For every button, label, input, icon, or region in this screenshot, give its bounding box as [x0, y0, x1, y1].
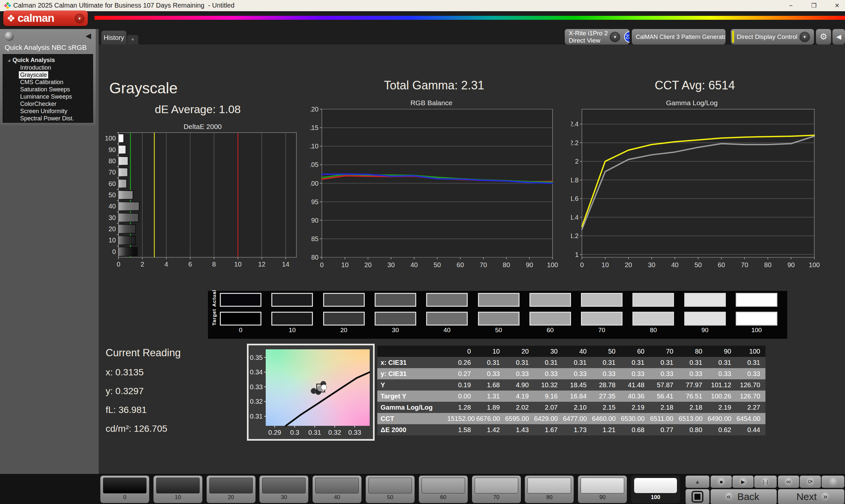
table-col-header: 60	[621, 346, 650, 357]
swatch-target-80	[632, 312, 674, 326]
swatch-actual-10	[271, 293, 313, 307]
svg-text:80: 80	[109, 157, 116, 165]
display-control-dropdown[interactable]: Direct Display Control ▼	[731, 29, 814, 44]
sidebar-item-introduction[interactable]: Introduction	[3, 64, 93, 71]
sidebar-item-spectral-power-dist[interactable]: Spectral Power Dist.	[3, 115, 93, 122]
table-col-header: 80	[679, 346, 708, 357]
settings-gear-icon[interactable]: ⚙	[816, 29, 831, 44]
swatch-column-label: 40	[426, 326, 468, 334]
meter-dropdown-icon[interactable]: ▼	[610, 32, 620, 42]
meter-name: X-Rite i1Pro 2	[569, 30, 608, 37]
svg-text:30: 30	[388, 261, 395, 269]
tab-history-1[interactable]: History 1	[101, 31, 126, 44]
sidebar-collapse-icon[interactable]: ◀	[86, 32, 91, 40]
sidebar-item-screen-uniformity[interactable]: Screen Uniformity	[3, 108, 93, 115]
pattern-button-70[interactable]: 70	[472, 475, 521, 503]
pattern-label: 0	[100, 494, 149, 501]
swatch-actual-50	[478, 293, 520, 307]
table-cell: 15152.00	[447, 413, 476, 424]
table-cell: 0.77	[650, 424, 679, 435]
pattern-chip	[475, 478, 518, 493]
pattern-window-button[interactable]	[686, 489, 709, 504]
pattern-chip	[156, 478, 200, 493]
toolbar-collapse-icon[interactable]: ◀	[832, 29, 845, 44]
window-title: Calman 2025 Calman Ultimate for Business…	[13, 2, 234, 9]
total-gamma-heading: Total Gamma: 2.31	[384, 78, 484, 92]
svg-text:12: 12	[258, 260, 265, 268]
svg-text:105: 105	[310, 161, 318, 168]
table-corner	[377, 346, 447, 357]
slide-up-button[interactable]: ▲	[686, 475, 709, 488]
minimize-icon[interactable]: −	[783, 0, 799, 11]
back-button[interactable]: « Back	[711, 489, 777, 504]
cct-avg-heading: CCT Avg: 6514	[655, 78, 735, 92]
swatch-column-label: 100	[736, 326, 777, 334]
table-col-header: 50	[592, 346, 621, 357]
blank-read-button[interactable]	[822, 475, 844, 488]
stop-icon: ■	[717, 477, 726, 487]
page-title: Grayscale	[109, 79, 178, 97]
pattern-chip	[262, 478, 306, 493]
table-cell: 0.27	[447, 368, 476, 379]
table-cell: 6530.00	[621, 413, 650, 424]
maximize-icon[interactable]: ❐	[806, 0, 822, 11]
table-cell: 0.31	[505, 357, 534, 368]
play-button[interactable]: ▶	[733, 475, 754, 488]
refresh-button[interactable]: ⟳	[800, 475, 821, 488]
meter-dropdown[interactable]: X-Rite i1Pro 2 Direct View ▼ 239	[565, 29, 630, 44]
pattern-button-0[interactable]: 0	[100, 475, 149, 503]
expander-icon[interactable]	[7, 59, 10, 62]
sidebar-item-luminance-sweeps[interactable]: Luminance Sweeps	[3, 93, 93, 100]
table-cell: 0.33	[563, 368, 592, 379]
pattern-button-80[interactable]: 80	[525, 475, 574, 503]
pattern-generator-name: CalMAN Client 3 Pattern Generator	[636, 33, 725, 40]
pattern-button-10[interactable]: 10	[154, 475, 203, 503]
measurement-table: 0102030405060708090100 x: CIE310.260.310…	[377, 346, 765, 435]
table-col-header: 0	[447, 346, 476, 357]
table-cell: 27.35	[592, 391, 621, 402]
svg-text:115: 115	[310, 124, 318, 131]
pattern-button-60[interactable]: 60	[419, 475, 468, 503]
sidebar-item-grayscale[interactable]: Grayscale	[3, 71, 93, 78]
close-icon[interactable]: ✕	[829, 0, 845, 11]
svg-text:50: 50	[694, 261, 702, 269]
display-control-dropdown-icon[interactable]: ▼	[799, 32, 810, 42]
table-col-header: 10	[476, 346, 505, 357]
read-series-button[interactable]: [··]	[754, 475, 777, 488]
swatch-target-10	[271, 312, 313, 326]
tab-add-button[interactable]: +	[127, 35, 138, 44]
svg-text:2: 2	[141, 260, 144, 268]
grayscale-swatch-strip: ActualTarget0102030405060708090100	[208, 291, 787, 339]
pattern-button-20[interactable]: 20	[207, 475, 256, 503]
pattern-label: 40	[313, 494, 362, 501]
pattern-generator-dropdown[interactable]: CalMAN Client 3 Pattern Generator ▼	[632, 29, 725, 44]
de-average-heading: dE Average: 1.08	[155, 103, 241, 116]
svg-text:80: 80	[311, 254, 318, 261]
meter-count-badge[interactable]: 239	[624, 31, 630, 42]
swatch-column-label: 0	[220, 326, 261, 334]
table-cell: 0.31	[476, 357, 505, 368]
table-cell: 2.18	[679, 402, 708, 413]
pattern-button-90[interactable]: 90	[578, 475, 627, 503]
pattern-label: 30	[260, 494, 308, 501]
pattern-button-50[interactable]: 50	[366, 475, 415, 503]
logo-dropdown-icon[interactable]: ▼	[75, 14, 85, 23]
pattern-button-100[interactable]: 100	[631, 475, 680, 503]
stop-button[interactable]: ■	[711, 475, 732, 488]
sidebar-item-colorchecker[interactable]: ColorChecker	[3, 100, 93, 108]
swatch-target-40	[426, 312, 468, 326]
sidebar-item-cms-calibration[interactable]: CMS Calibration	[3, 78, 93, 86]
table-row-label: ΔE 2000	[377, 424, 447, 435]
table-cell: 0.44	[736, 424, 765, 435]
next-button[interactable]: Next »	[778, 489, 844, 504]
swatch-target-20	[323, 312, 365, 326]
calman-logo-menu[interactable]: ❖ calman ▼	[3, 11, 88, 26]
pattern-button-40[interactable]: 40	[313, 475, 362, 503]
sidebar-item-saturation-sweeps[interactable]: Saturation Sweeps	[3, 86, 93, 93]
svg-text:0: 0	[580, 261, 584, 269]
table-cell: 0.00	[447, 391, 476, 402]
pattern-button-30[interactable]: 30	[260, 475, 308, 503]
continuous-read-button[interactable]: ∞	[778, 475, 799, 488]
tree-root[interactable]: Quick Analysis	[3, 56, 93, 64]
table-cell: 0.26	[447, 357, 476, 368]
